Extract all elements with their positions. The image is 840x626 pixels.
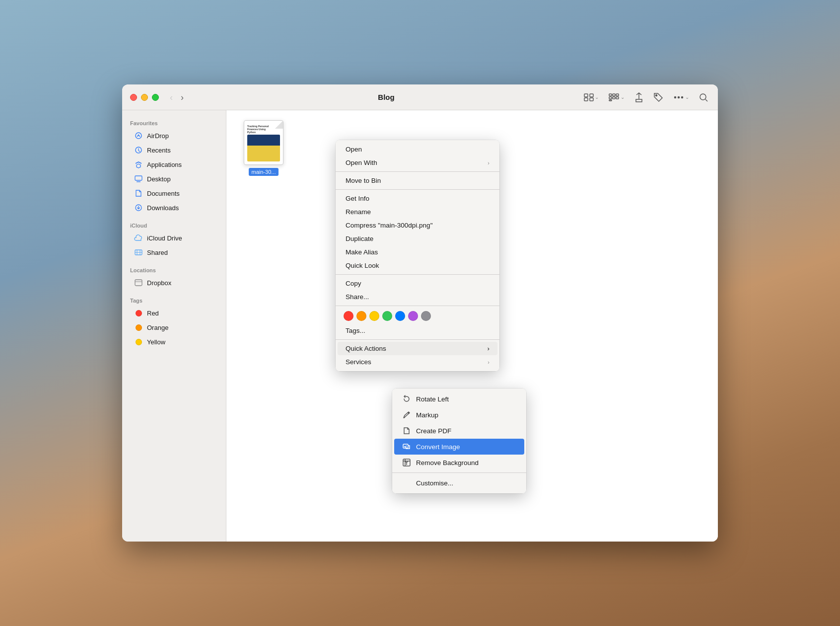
menu-rename-label: Rename — [346, 208, 371, 216]
menu-copy[interactable]: Copy — [338, 277, 497, 290]
menu-make-alias[interactable]: Make Alias — [338, 245, 497, 259]
menu-share[interactable]: Share... — [338, 290, 497, 304]
sidebar-item-documents[interactable]: Documents — [126, 186, 222, 200]
menu-sep-5 — [336, 339, 499, 340]
menu-duplicate-label: Duplicate — [346, 235, 373, 242]
sidebar-item-tag-red[interactable]: Red — [126, 306, 222, 320]
svg-rect-2 — [584, 98, 588, 101]
sidebar-item-shared[interactable]: Shared — [126, 245, 222, 259]
svg-point-15 — [700, 94, 706, 100]
context-menu: Open Open With › Move to Bin Get Info Re… — [336, 140, 499, 371]
file-thumbnail: Tracking PersonalFinances UsingPython — [244, 120, 283, 165]
quick-actions-submenu: Rotate Left Markup — [392, 389, 526, 493]
color-dot-yellow[interactable] — [369, 311, 379, 321]
favourites-label: Favourites — [122, 116, 226, 128]
locations-label: Locations — [122, 263, 226, 275]
svg-point-11 — [656, 94, 657, 96]
sidebar: Favourites AirDrop — [122, 110, 226, 542]
file-icon: Tracking PersonalFinances UsingPython — [241, 120, 286, 165]
back-button[interactable]: ‹ — [167, 91, 176, 104]
recents-label: Recents — [147, 147, 171, 154]
more-button[interactable]: ⌄ — [671, 91, 691, 104]
maximize-button[interactable] — [152, 94, 159, 101]
sidebar-item-recents[interactable]: Recents — [126, 143, 222, 157]
svg-rect-10 — [609, 100, 612, 101]
menu-get-info-label: Get Info — [346, 195, 369, 202]
color-dot-gray[interactable] — [421, 311, 431, 321]
color-dot-purple[interactable] — [408, 311, 418, 321]
svg-rect-6 — [616, 94, 619, 96]
color-dot-blue[interactable] — [395, 311, 405, 321]
sidebar-item-icloud-drive[interactable]: iCloud Drive — [126, 231, 222, 245]
menu-tags[interactable]: Tags... — [338, 324, 497, 337]
sidebar-item-applications[interactable]: Applications — [126, 157, 222, 171]
menu-move-to-bin[interactable]: Move to Bin — [338, 174, 497, 187]
menu-share-label: Share... — [346, 293, 369, 301]
documents-icon — [134, 189, 143, 198]
close-button[interactable] — [130, 94, 137, 101]
traffic-lights — [130, 94, 159, 101]
menu-quick-look[interactable]: Quick Look — [338, 259, 497, 272]
sidebar-item-tag-orange[interactable]: Orange — [126, 320, 222, 334]
menu-services-label: Services — [346, 358, 371, 366]
share-button[interactable] — [632, 90, 645, 104]
customise-icon — [402, 478, 411, 487]
rotate-left-label: Rotate Left — [416, 395, 449, 403]
tag-button[interactable] — [651, 90, 665, 104]
menu-compress[interactable]: Compress "main-300dpi.png" — [338, 219, 497, 232]
forward-button[interactable]: › — [178, 91, 187, 104]
view-options-button[interactable]: ⌄ — [607, 91, 627, 103]
sidebar-item-airdrop[interactable]: AirDrop — [126, 129, 222, 143]
menu-copy-label: Copy — [346, 280, 361, 287]
submenu-create-pdf[interactable]: Create PDF — [394, 423, 524, 439]
menu-compress-label: Compress "main-300dpi.png" — [346, 222, 432, 229]
search-button[interactable] — [697, 91, 710, 104]
svg-point-14 — [682, 96, 683, 98]
shared-label: Shared — [147, 249, 168, 256]
downloads-label: Downloads — [147, 204, 179, 212]
downloads-icon — [134, 203, 143, 212]
open-with-arrow: › — [488, 160, 490, 166]
sidebar-item-downloads[interactable]: Downloads — [126, 201, 222, 215]
menu-duplicate[interactable]: Duplicate — [338, 232, 497, 245]
rotate-left-icon — [402, 394, 411, 403]
file-item[interactable]: Tracking PersonalFinances UsingPython ma… — [241, 120, 286, 176]
view-toggle-button[interactable]: ⌄ — [582, 91, 601, 103]
menu-open-with[interactable]: Open With › — [338, 156, 497, 169]
submenu-remove-background[interactable]: Remove Background — [394, 455, 524, 470]
color-dot-red[interactable] — [344, 311, 353, 321]
tag-yellow-label: Yellow — [147, 338, 165, 346]
svg-point-24 — [408, 412, 409, 413]
create-pdf-icon — [402, 426, 411, 435]
menu-open[interactable]: Open — [338, 143, 497, 156]
svg-rect-3 — [590, 98, 593, 101]
submenu-rotate-left[interactable]: Rotate Left — [394, 391, 524, 407]
svg-rect-5 — [613, 94, 615, 96]
sidebar-item-tag-yellow[interactable]: Yellow — [126, 335, 222, 349]
sidebar-item-dropbox[interactable]: Dropbox — [126, 276, 222, 290]
menu-get-info[interactable]: Get Info — [338, 192, 497, 205]
menu-quick-actions[interactable]: Quick Actions › — [338, 342, 497, 355]
tag-orange-label: Orange — [147, 324, 168, 331]
convert-image-label: Convert Image — [416, 443, 460, 451]
svg-point-17 — [138, 135, 140, 136]
color-dot-green[interactable] — [382, 311, 392, 321]
submenu-convert-image[interactable]: Convert Image — [394, 439, 524, 455]
sidebar-item-desktop[interactable]: Desktop — [126, 172, 222, 186]
menu-rename[interactable]: Rename — [338, 205, 497, 219]
file-title-text: Tracking PersonalFinances UsingPython — [247, 125, 280, 134]
toolbar-right: ⌄ ⌄ — [582, 90, 710, 104]
color-dot-orange[interactable] — [356, 311, 366, 321]
submenu-sep — [392, 472, 526, 473]
menu-services[interactable]: Services › — [338, 355, 497, 369]
submenu-customise[interactable]: Customise... — [394, 475, 524, 491]
menu-quick-look-label: Quick Look — [346, 262, 379, 269]
file-area: Tracking PersonalFinances UsingPython ma… — [226, 110, 718, 542]
nav-arrows: ‹ › — [167, 91, 187, 104]
tag-red-dot — [134, 309, 143, 317]
menu-move-to-bin-label: Move to Bin — [346, 177, 381, 184]
markup-icon — [402, 410, 411, 419]
tag-orange-dot — [134, 323, 143, 332]
minimize-button[interactable] — [141, 94, 148, 101]
submenu-markup[interactable]: Markup — [394, 407, 524, 423]
